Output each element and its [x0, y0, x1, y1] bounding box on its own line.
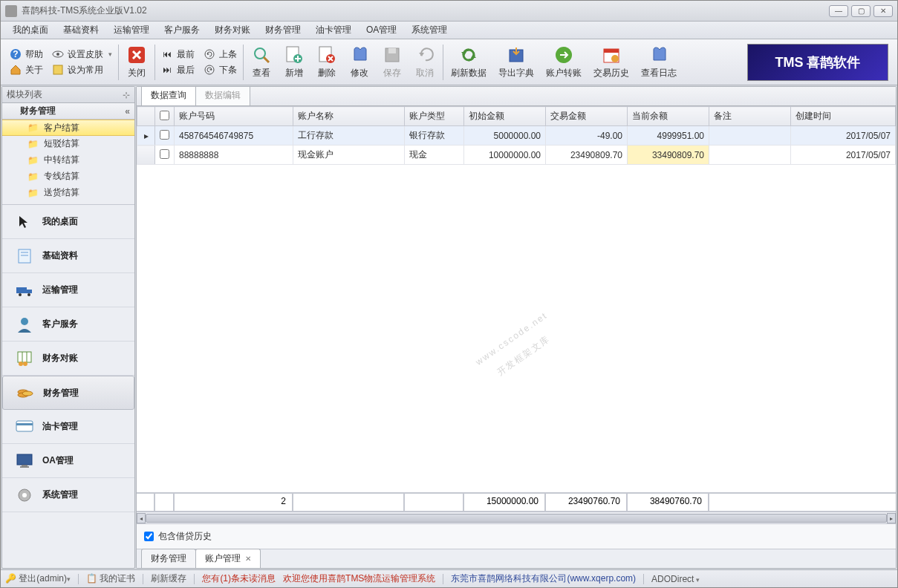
- chevron-left-icon: «: [125, 106, 130, 117]
- nav-recon[interactable]: 财务对账: [2, 342, 134, 376]
- tree-item-customer-settle[interactable]: 📁客户结算: [2, 120, 134, 136]
- col-account-name[interactable]: 账户名称: [293, 107, 405, 126]
- last-icon: ⏭: [161, 64, 173, 76]
- document-tabs: 财务管理 账户管理✕: [137, 549, 896, 568]
- svg-point-8: [255, 48, 265, 59]
- select-all-checkbox[interactable]: [160, 111, 169, 120]
- col-trade-amount[interactable]: 交易金额: [546, 107, 628, 126]
- status-cert[interactable]: 📋 我的证书: [86, 572, 135, 585]
- menu-oa[interactable]: OA管理: [359, 22, 404, 39]
- inner-tabs: 数据查询 数据编辑: [137, 87, 896, 106]
- sum-trade: 23490760.70: [545, 493, 627, 512]
- table-row[interactable]: 88888888 现金账户 现金 10000000.00 23490809.70…: [137, 146, 896, 165]
- checkbox-header[interactable]: [155, 107, 175, 126]
- viewlog-button[interactable]: 查看日志: [635, 43, 683, 81]
- statusbar: 🔑 登出(admin)▾ 📋 我的证书 刷新缓存 您有(1)条未读消息 欢迎您使…: [1, 569, 897, 587]
- edit-button[interactable]: 修改: [343, 43, 376, 81]
- col-create-time[interactable]: 创建时间: [791, 107, 896, 126]
- menubar: 我的桌面 基础资料 运输管理 客户服务 财务对账 财务管理 油卡管理 OA管理 …: [1, 22, 897, 39]
- tree-header[interactable]: 财务管理«: [2, 103, 134, 120]
- svg-rect-4: [53, 65, 62, 74]
- svg-rect-40: [22, 465, 27, 466]
- transfer-button[interactable]: 账户转账: [540, 43, 588, 81]
- tree-item-line-settle[interactable]: 📁专线结算: [2, 169, 134, 185]
- menu-finance[interactable]: 财务管理: [258, 22, 308, 39]
- row-checkbox[interactable]: [160, 130, 169, 140]
- menu-transport[interactable]: 运输管理: [106, 22, 157, 39]
- export-button[interactable]: 导出字典: [492, 43, 540, 81]
- nav-oa[interactable]: OA管理: [2, 444, 134, 478]
- horizontal-scrollbar[interactable]: ◂ ▸: [137, 512, 896, 523]
- first-button[interactable]: ⏮最前: [161, 48, 195, 61]
- tab-data-query[interactable]: 数据查询: [141, 86, 196, 105]
- add-button[interactable]: 新增: [278, 43, 310, 81]
- svg-point-3: [56, 53, 59, 56]
- col-account-type[interactable]: 账户类型: [405, 107, 464, 126]
- skin-button[interactable]: 设置皮肤▾: [52, 48, 112, 61]
- maximize-button[interactable]: ▢: [851, 5, 871, 17]
- table-row[interactable]: ▸ 458764546749875 工行存款 银行存款 5000000.00 -…: [137, 126, 896, 146]
- row-header-col: [137, 107, 155, 126]
- tree-item-transfer-settle[interactable]: 📁中转结算: [2, 152, 134, 169]
- status-login[interactable]: 🔑 登出(admin)▾: [5, 572, 71, 585]
- nav-system[interactable]: 系统管理: [2, 478, 134, 512]
- sidebar: 模块列表⊹ 财务管理« 📁客户结算 📁短驳结算 📁中转结算 📁专线结算 📁送货结…: [1, 86, 135, 569]
- magnify-icon: [251, 45, 272, 65]
- nav-desktop[interactable]: 我的桌面: [2, 205, 134, 239]
- prev-button[interactable]: 上条: [204, 48, 237, 61]
- col-account-no[interactable]: 账户号码: [175, 107, 293, 126]
- delete-button[interactable]: 删除: [310, 43, 343, 81]
- menu-customer[interactable]: 客户服务: [157, 22, 207, 39]
- refresh-button[interactable]: 刷新数据: [445, 43, 492, 81]
- folder-icon: 📁: [27, 122, 39, 133]
- row-checkbox[interactable]: [160, 149, 169, 159]
- help-button[interactable]: ?帮助: [10, 48, 43, 61]
- pin-icon[interactable]: ⊹: [123, 90, 130, 100]
- nav-basedata[interactable]: 基础资料: [2, 239, 134, 273]
- close-button[interactable]: ✕: [873, 5, 893, 17]
- coins-icon: [16, 384, 34, 402]
- nav-customer[interactable]: 客户服务: [2, 307, 134, 342]
- tab-data-edit[interactable]: 数据编辑: [195, 86, 250, 105]
- menu-fuelcard[interactable]: 油卡管理: [308, 22, 359, 39]
- svg-point-28: [21, 318, 28, 325]
- app-icon: [5, 5, 17, 17]
- tree-item-delivery-settle[interactable]: 📁送货结算: [2, 185, 134, 201]
- sum-balance: 38490760.70: [627, 493, 709, 512]
- nav-transport[interactable]: 运输管理: [2, 273, 134, 307]
- col-init-amount[interactable]: 初始金额: [464, 107, 546, 126]
- close-tab-button[interactable]: 关闭: [120, 43, 153, 81]
- doc-tab-finance[interactable]: 财务管理: [141, 549, 196, 568]
- tree-item-short-settle[interactable]: 📁短驳结算: [2, 136, 134, 152]
- doc-tab-account[interactable]: 账户管理✕: [195, 549, 261, 568]
- menu-basedata[interactable]: 基础资料: [56, 22, 106, 39]
- about-button[interactable]: 关于: [10, 64, 43, 76]
- scroll-right-arrow[interactable]: ▸: [887, 513, 896, 523]
- status-mode[interactable]: ADODirect: [651, 574, 700, 584]
- last-button[interactable]: ⏭最后: [161, 64, 195, 76]
- col-note[interactable]: 备注: [709, 107, 791, 126]
- menu-system[interactable]: 系统管理: [404, 22, 455, 39]
- nav-finance[interactable]: 财务管理: [2, 376, 134, 410]
- status-refresh[interactable]: 刷新缓存: [151, 572, 186, 585]
- minimize-button[interactable]: —: [829, 5, 848, 17]
- view-button[interactable]: 查看: [245, 43, 278, 81]
- include-history-checkbox[interactable]: [144, 532, 154, 541]
- scroll-thumb[interactable]: [146, 514, 887, 523]
- next-button[interactable]: 下条: [204, 64, 237, 76]
- folder-icon: 📁: [27, 172, 39, 182]
- favorite-button[interactable]: 设为常用: [52, 64, 112, 76]
- status-company[interactable]: 东莞市喜鹊网络科技有限公司(www.xqerp.com): [451, 572, 636, 585]
- truck-icon: [16, 281, 33, 299]
- svg-rect-19: [604, 49, 619, 53]
- history-button[interactable]: 交易历史: [588, 43, 635, 81]
- svg-rect-41: [20, 466, 29, 468]
- col-balance[interactable]: 当前余额: [628, 107, 709, 126]
- nav-fuelcard[interactable]: 油卡管理: [2, 410, 134, 444]
- toolbar: ?帮助 关于 设置皮肤▾ 设为常用 关闭 ⏮最前 ⏭最后 上条 下条 查看 新增…: [1, 39, 897, 85]
- close-tab-icon[interactable]: ✕: [245, 555, 251, 563]
- menu-desktop[interactable]: 我的桌面: [5, 22, 56, 39]
- menu-recon[interactable]: 财务对账: [207, 22, 258, 39]
- status-unread[interactable]: 您有(1)条未读消息: [202, 572, 276, 585]
- scroll-left-arrow[interactable]: ◂: [137, 513, 146, 523]
